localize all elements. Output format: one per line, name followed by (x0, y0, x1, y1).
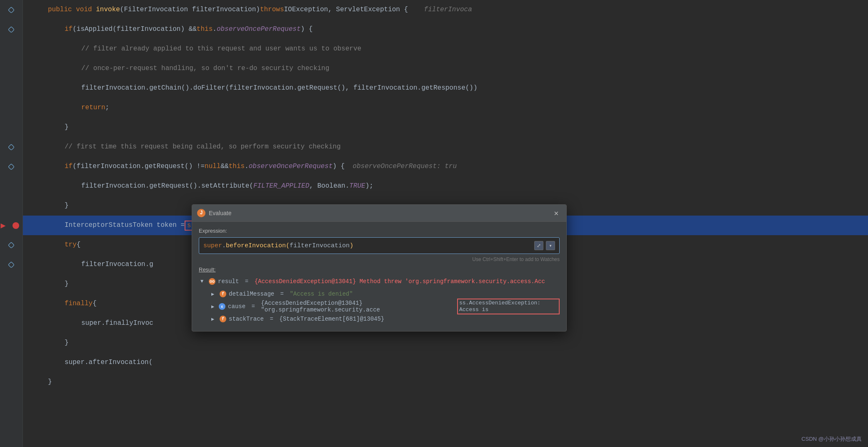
expr-super: super (203, 242, 222, 249)
token-declaration: InterceptorStatusToken token = (65, 216, 185, 235)
gutter-line-12-breakpoint[interactable]: ▶ (0, 216, 23, 235)
expand-arrow-0[interactable]: ▼ (200, 279, 206, 284)
keyword-return: return (81, 98, 105, 118)
expr-param: filterInvocation (290, 242, 350, 249)
gutter-line-14 (0, 255, 23, 274)
svg-rect-2 (8, 144, 14, 150)
keyword-public: public (48, 0, 72, 20)
comment-2: // once-per-request handling, so don't r… (81, 59, 329, 78)
dialog-title-left: J Evaluate (197, 209, 231, 217)
gutter-line-9 (0, 157, 23, 176)
gutter-line-7 (0, 118, 23, 137)
evaluate-dialog: J Evaluate ✕ Expression: super.beforeInv… (192, 204, 567, 331)
result-icon-2: E (219, 303, 225, 310)
gutter-line-18 (0, 333, 23, 353)
code-line-9: if (filterInvocation.getRequest() != nul… (23, 157, 868, 176)
result-key-0: result (218, 278, 239, 285)
expression-input-box[interactable]: super.beforeInvocation(filterInvocation)… (199, 237, 560, 254)
keyword-null: null (205, 157, 220, 176)
field-filter-applied: FILTER_APPLIED (253, 176, 309, 196)
code-line-10: filterInvocation.getRequest().setAttribu… (23, 176, 868, 196)
keyword-if-1: if (65, 20, 73, 39)
keyword-this-2: this (229, 157, 245, 176)
gutter-line-1 (0, 0, 23, 20)
expand-arrow-1[interactable]: ▶ (211, 291, 217, 297)
gutter-line-2 (0, 20, 23, 39)
result-value-2: {AccessDeniedException@13041} "org.sprin… (261, 300, 455, 313)
result-row-0: ▼ oo result = {AccessDeniedException@130… (199, 275, 560, 288)
gutter-line-16 (0, 294, 23, 314)
inline-hint-1: filterInvoca (408, 0, 472, 20)
result-key-1: detailMessage (229, 291, 274, 297)
keyword-void: void (76, 0, 92, 20)
result-key-3: stackTrace (229, 316, 264, 322)
gutter: ▶ (0, 0, 23, 447)
inline-hint-9: observeOncePerRequest: tru (345, 157, 457, 176)
code-line-20: } (23, 372, 868, 392)
expression-controls: ⤢ ▾ (534, 241, 555, 250)
gutter-line-15 (0, 274, 23, 294)
code-line-7: } (23, 118, 868, 137)
watermark: CSDN @小孙小孙想成真 (801, 435, 862, 443)
result-icon-3: f (220, 316, 226, 322)
expression-label: Expression: (199, 228, 560, 234)
gutter-line-5 (0, 78, 23, 98)
gutter-line-4 (0, 59, 23, 78)
expand-arrow-3[interactable]: ▶ (211, 316, 217, 322)
svg-rect-5 (8, 261, 14, 267)
svg-rect-3 (8, 163, 14, 169)
dialog-title-text: Evaluate (209, 210, 231, 216)
keyword-if-2: if (65, 157, 73, 176)
result-key-2: cause (228, 303, 245, 310)
code-line-3: // filter already applied to this reques… (23, 39, 868, 59)
expand-arrow-2[interactable]: ▶ (211, 304, 216, 310)
result-tree: ▼ oo result = {AccessDeniedException@130… (199, 275, 560, 325)
result-row-3: ▶ f stackTrace = {StackTraceElement[681]… (199, 313, 560, 325)
svg-rect-0 (8, 7, 14, 13)
gutter-line-10 (0, 176, 23, 196)
code-line-8: // first time this request being called,… (23, 137, 868, 157)
code-line-18: } (23, 333, 868, 353)
code-lines: public void invoke (FilterInvocation fil… (23, 0, 868, 392)
svg-rect-4 (8, 242, 14, 248)
keyword-finally: finally (65, 294, 93, 314)
result-icon-1: f (220, 291, 226, 297)
dialog-body: Expression: super.beforeInvocation(filte… (192, 222, 566, 331)
expr-paren-open: ( (286, 242, 290, 249)
expr-paren-close: ) (350, 242, 353, 249)
cause-red-box: ss.AccessDeniedException: Access is (457, 299, 560, 314)
code-line-4: // once-per-request handling, so don't r… (23, 59, 868, 78)
gutter-line-17 (0, 314, 23, 333)
keyword-this-1: this (197, 20, 213, 39)
current-line-arrow: ▶ (1, 220, 6, 231)
expand-button[interactable]: ⤢ (534, 241, 543, 250)
method-invoke: invoke (96, 0, 120, 20)
breakpoint-dot[interactable] (13, 222, 19, 229)
gutter-line-6 (0, 98, 23, 118)
gutter-line-19 (0, 353, 23, 372)
keyword-throws: throws (260, 0, 284, 20)
keyword-try: try (65, 235, 77, 255)
gutter-line-13 (0, 235, 23, 255)
dialog-java-icon: J (197, 209, 205, 217)
expression-text: super.beforeInvocation(filterInvocation) (203, 242, 353, 249)
result-row-2: ▶ E cause = {AccessDeniedException@13041… (199, 300, 560, 313)
code-line-5: filterInvocation.getChain().doFilter(fil… (23, 78, 868, 98)
dropdown-button[interactable]: ▾ (546, 241, 555, 250)
field-true: TRUE (349, 176, 365, 196)
code-line-1: public void invoke (FilterInvocation fil… (23, 0, 868, 20)
result-label: Result: (199, 266, 560, 273)
field-observeOnce-1: observeOncePerRequest (217, 20, 301, 39)
dialog-close-button[interactable]: ✕ (551, 208, 561, 218)
expr-method: beforeInvocation (226, 242, 286, 249)
code-line-2: if (isApplied(filterInvocation) && this … (23, 20, 868, 39)
code-line-19: super.afterInvocation( (23, 353, 868, 372)
gutter-line-20 (0, 372, 23, 392)
result-value-1: "Access is denied" (290, 291, 353, 297)
code-line-6: return ; (23, 98, 868, 118)
comment-1: // filter already applied to this reques… (81, 39, 361, 59)
gutter-line-8 (0, 137, 23, 157)
gutter-line-3 (0, 39, 23, 59)
result-icon-0: oo (209, 278, 215, 285)
hint-text: Use Ctrl+Shift+Enter to add to Watches (199, 256, 560, 262)
